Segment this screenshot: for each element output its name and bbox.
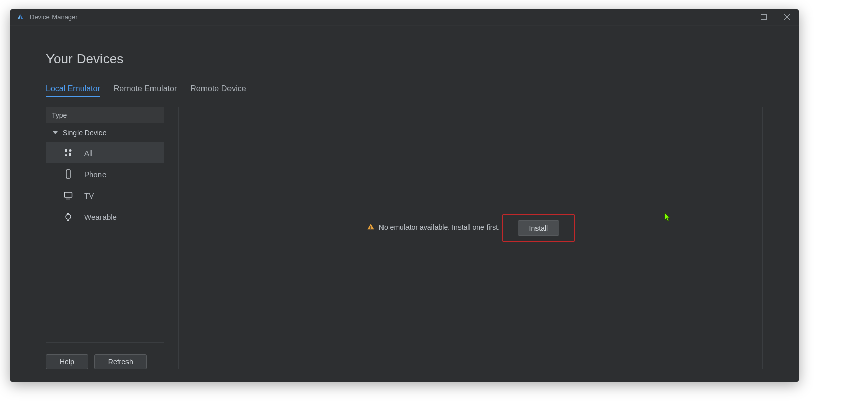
titlebar: Device Manager [10,9,799,26]
help-button[interactable]: Help [46,354,88,369]
sidebar-item-label: TV [84,191,94,200]
tabbar: Local Emulator Remote Emulator Remote De… [46,84,763,97]
sidebar-item-tv[interactable]: TV [46,185,164,206]
svg-rect-10 [65,192,72,197]
close-button[interactable] [775,9,799,26]
empty-state: No emulator available. Install one first… [367,214,575,242]
svg-rect-16 [370,228,371,229]
warning-icon [367,223,375,232]
footer-buttons: Help Refresh [46,354,164,369]
svg-point-5 [69,149,72,152]
chevron-down-icon [53,131,58,134]
sidebar-item-label: Wearable [84,213,117,221]
svg-rect-4 [65,149,67,152]
empty-message-row: No emulator available. Install one first… [367,223,500,232]
refresh-button[interactable]: Refresh [94,354,147,369]
svg-rect-13 [67,213,69,214]
tab-remote-emulator[interactable]: Remote Emulator [114,84,177,97]
page-title: Your Devices [46,51,763,67]
tree-group-single-device[interactable]: Single Device [46,123,164,142]
sidebar: Type Single Device All [46,107,164,369]
maximize-button[interactable] [752,9,775,26]
watch-icon [64,212,73,221]
tv-icon [64,191,73,200]
phone-icon [64,169,73,179]
install-highlight-box: Install [502,214,575,242]
grid-icon [64,148,73,157]
tree-group-label: Single Device [63,129,107,137]
svg-marker-6 [65,153,67,156]
empty-message-text: No emulator available. Install one first… [379,223,500,231]
sidebar-item-all[interactable]: All [46,142,164,163]
type-header: Type [46,107,164,123]
svg-rect-14 [67,220,69,221]
tab-local-emulator[interactable]: Local Emulator [46,84,100,97]
content-area: Your Devices Local Emulator Remote Emula… [10,26,799,382]
sidebar-item-label: Phone [84,170,106,179]
install-button[interactable]: Install [518,220,560,236]
minimize-button[interactable] [728,9,752,26]
svg-point-9 [68,177,69,178]
sidebar-item-label: All [84,149,93,157]
app-logo-icon [16,13,24,21]
svg-rect-7 [69,153,71,156]
svg-rect-1 [761,15,766,20]
sidebar-item-phone[interactable]: Phone [46,163,164,185]
type-list: Type Single Device All [46,107,164,343]
emulator-pane: No emulator available. Install one first… [178,107,763,369]
svg-point-12 [66,214,71,219]
device-manager-window: Device Manager Your Devices Local Emulat… [10,9,799,382]
tab-remote-device[interactable]: Remote Device [190,84,246,97]
window-title: Device Manager [30,13,78,21]
main-row: Type Single Device All [46,107,763,369]
sidebar-item-wearable[interactable]: Wearable [46,206,164,228]
svg-rect-15 [370,226,371,228]
